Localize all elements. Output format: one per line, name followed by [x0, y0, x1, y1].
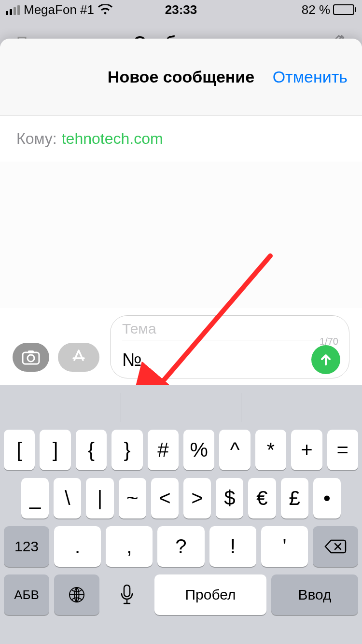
- key-}[interactable]: }: [111, 430, 142, 470]
- status-time: 23:33: [165, 2, 197, 17]
- key-*[interactable]: *: [255, 430, 286, 470]
- to-label: Кому:: [16, 130, 57, 148]
- new-message-sheet: Новое сообщение Отменить Кому: tehnotech…: [0, 39, 362, 644]
- recipient-row[interactable]: Кому: tehnotech.com: [0, 116, 362, 162]
- compose-toolbar: Тема 1/70 №: [0, 308, 362, 385]
- mode-123-key[interactable]: 123: [4, 526, 49, 567]
- app-store-button[interactable]: [58, 343, 99, 372]
- wifi-icon: [98, 4, 112, 15]
- key-+[interactable]: +: [291, 430, 322, 470]
- svg-rect-2: [28, 350, 34, 353]
- subject-field[interactable]: Тема: [122, 321, 340, 340]
- key-#[interactable]: #: [148, 430, 179, 470]
- key-^[interactable]: ^: [219, 430, 250, 470]
- key-%[interactable]: %: [183, 430, 214, 470]
- modal-nav-bar: Новое сообщение Отменить: [0, 39, 362, 116]
- camera-button[interactable]: [13, 343, 49, 372]
- key-~[interactable]: ~: [119, 478, 146, 518]
- key-•[interactable]: •: [313, 478, 341, 518]
- battery-icon: [333, 4, 356, 15]
- signal-icon: [6, 4, 20, 15]
- send-button[interactable]: [311, 345, 340, 374]
- key-$[interactable]: $: [216, 478, 243, 518]
- backspace-key[interactable]: [313, 526, 358, 567]
- globe-key[interactable]: [54, 574, 99, 615]
- key-.[interactable]: .: [54, 526, 101, 567]
- cancel-button[interactable]: Отменить: [273, 68, 348, 86]
- message-input-box[interactable]: Тема 1/70 №: [110, 315, 349, 378]
- key-?[interactable]: ?: [157, 526, 204, 567]
- key-_[interactable]: _: [21, 478, 49, 518]
- key-|[interactable]: |: [86, 478, 113, 518]
- key-£[interactable]: £: [281, 478, 308, 518]
- dictation-key[interactable]: [104, 574, 150, 615]
- to-value: tehnotech.com: [62, 130, 163, 148]
- key-\[interactable]: \: [54, 478, 81, 518]
- return-key[interactable]: Ввод: [271, 574, 358, 615]
- key-,[interactable]: ,: [106, 526, 153, 567]
- char-counter: 1/70: [320, 336, 338, 347]
- message-text-field[interactable]: №: [122, 350, 311, 370]
- space-key[interactable]: Пробел: [154, 574, 266, 615]
- battery-percent: 82 %: [302, 2, 330, 17]
- key-][interactable]: ]: [40, 430, 70, 470]
- svg-point-1: [28, 355, 34, 362]
- carrier-name: MegaFon #1: [24, 2, 94, 17]
- key-![interactable]: !: [209, 526, 256, 567]
- key-[[interactable]: [: [4, 430, 35, 470]
- key-€[interactable]: €: [248, 478, 276, 518]
- keyboard: []{}#%^*+= _\|~<>$€£• 123 .,?!' АБВ Проб…: [0, 385, 362, 644]
- modal-title: Новое сообщение: [108, 68, 254, 86]
- suggestion-bar[interactable]: [0, 393, 362, 422]
- status-bar: MegaFon #1 23:33 82 %: [0, 0, 362, 19]
- svg-rect-5: [124, 585, 130, 597]
- key-<[interactable]: <: [151, 478, 179, 518]
- alphabet-key[interactable]: АБВ: [4, 574, 49, 615]
- key-{[interactable]: {: [76, 430, 107, 470]
- key-'[interactable]: ': [261, 526, 308, 567]
- key->[interactable]: >: [183, 478, 211, 518]
- key-=[interactable]: =: [327, 430, 358, 470]
